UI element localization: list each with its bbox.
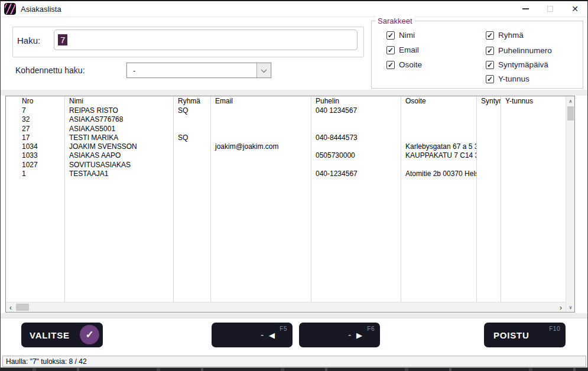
cell-ryhma: [173, 115, 210, 124]
close-icon: ✕: [571, 4, 579, 14]
cell-nro: 17: [6, 134, 64, 142]
minimize-icon: [522, 8, 529, 9]
table-row[interactable]: 32ASIAKAS776768: [6, 115, 574, 124]
checkmark-icon: ✓: [486, 75, 494, 83]
triangle-right-icon: ▶: [356, 331, 362, 340]
cell-nro: 32: [6, 115, 64, 124]
window-controls: ✕: [513, 1, 587, 17]
horizontal-scrollbar[interactable]: ‹ ›: [6, 302, 566, 312]
checkbox-label: Osoite: [399, 60, 422, 69]
status-text: Haulla: "7" tuloksia: 8 / 42: [3, 357, 87, 366]
cell-ytunnus: [501, 134, 574, 142]
divider-strip: [1, 90, 587, 96]
checkmark-icon: ✓: [386, 61, 395, 69]
checkmark-icon: ✓: [486, 47, 494, 55]
cell-osoite: KAUPPAKATU 7 C14 332: [401, 151, 476, 160]
checkbox-label: Syntymäpäivä: [498, 60, 548, 69]
cell-osoite: [401, 134, 476, 142]
cell-nro: 1033: [6, 151, 64, 160]
table-row[interactable]: 1034JOAKIM SVENSSONjoakim@joakim.comKarl…: [6, 142, 574, 151]
table-row[interactable]: 17TESTI MARIKASQ040-8444573: [6, 134, 574, 142]
dropdown-button[interactable]: [256, 63, 271, 77]
checkbox-label: Email: [399, 45, 419, 54]
cell-puhelin: 040-8444573: [311, 134, 401, 142]
search-input[interactable]: 7: [54, 30, 358, 50]
scroll-left-icon[interactable]: ‹: [6, 302, 15, 312]
scroll-right-icon[interactable]: ›: [556, 302, 566, 312]
cell-ytunnus: [501, 170, 574, 178]
scroll-down-icon[interactable]: ∨: [566, 302, 574, 312]
poistu-button[interactable]: POISTU F10: [484, 323, 566, 347]
checkbox-label: Y-tunnus: [498, 74, 529, 83]
checkbox-label: Nimi: [399, 31, 415, 40]
column-header-email[interactable]: Email: [210, 96, 311, 106]
columns-panel: Sarakkeet ✓Nimi✓Email✓Osoite✓Ryhmä✓Puhel…: [371, 21, 583, 89]
cell-nimi: ASIAKAS776768: [64, 115, 173, 124]
table-row[interactable]: 1TESTAAJA1040-1234567Atomitie 2b 00370 H…: [6, 170, 574, 178]
minimize-button[interactable]: [513, 1, 538, 17]
maximize-button[interactable]: [538, 1, 563, 17]
previous-button[interactable]: - ◀ F5: [212, 323, 293, 347]
checkbox-label: Ryhmä: [498, 31, 524, 40]
valitse-button[interactable]: VALITSE ✓: [21, 323, 103, 347]
previous-fkey: F5: [280, 326, 287, 332]
vertical-scrollbar[interactable]: ∧ ∨: [566, 96, 574, 312]
scroll-up-icon[interactable]: ∧: [566, 96, 574, 106]
cell-email: [210, 134, 311, 142]
table-row[interactable]: 7REIPAS RISTOSQ040 1234567: [6, 106, 574, 115]
column-header-osoite[interactable]: Osoite: [401, 96, 476, 106]
poistu-label: POISTU: [493, 330, 529, 340]
poistu-fkey: F10: [549, 326, 560, 332]
cell-ryhma: SQ: [173, 106, 210, 115]
cell-email: [210, 151, 311, 160]
column-header-puhelin[interactable]: Puhelin: [311, 96, 401, 106]
cell-email: [210, 161, 311, 170]
valitse-label: VALITSE: [30, 330, 70, 340]
cell-osoite: [401, 161, 476, 170]
checkbox-osoite[interactable]: ✓Osoite: [386, 60, 422, 69]
table-row[interactable]: 27ASIAKAS5001: [6, 125, 574, 134]
search-label: Haku:: [17, 35, 40, 45]
maximize-icon: [547, 6, 553, 12]
checkmark-icon: ✓: [386, 46, 395, 54]
cell-ytunnus: [501, 142, 574, 151]
cell-nimi: TESTI MARIKA: [64, 134, 173, 142]
next-label: -: [348, 330, 351, 340]
checkbox-puhelinnumero[interactable]: ✓Puhelinnumero: [486, 46, 552, 55]
cell-nro: 7: [6, 106, 64, 115]
cell-email: [210, 125, 311, 134]
search-input-value: 7: [58, 34, 67, 45]
cell-syntym: [476, 115, 501, 124]
checkbox-nimi[interactable]: ✓Nimi: [386, 31, 415, 40]
cell-osoite: Atomitie 2b 00370 Helsin: [401, 170, 476, 178]
cell-puhelin: [311, 142, 401, 151]
chevron-down-icon: [261, 67, 267, 73]
checkbox-email[interactable]: ✓Email: [386, 45, 419, 54]
cell-email: joakim@joakim.com: [210, 142, 311, 151]
table-header: NroNimiRyhmäEmailPuhelinOsoiteSyntymY-tu…: [6, 96, 574, 106]
next-button[interactable]: - ▶ F6: [299, 323, 380, 347]
checkbox-y-tunnus[interactable]: ✓Y-tunnus: [486, 74, 529, 83]
column-header-nimi[interactable]: Nimi: [64, 96, 173, 106]
cell-email: [210, 170, 311, 178]
cell-puhelin: 040 1234567: [311, 106, 401, 115]
table-row[interactable]: 1027SOVITUSASIAKAS: [6, 161, 574, 170]
horizontal-scroll-thumb[interactable]: [16, 304, 29, 311]
cell-puhelin: 040-1234567: [311, 170, 401, 178]
targeted-search-dropdown[interactable]: -: [126, 63, 271, 78]
checkbox-syntym-p-iv-[interactable]: ✓Syntymäpäivä: [486, 60, 548, 69]
checkbox-ryhm-[interactable]: ✓Ryhmä: [486, 31, 524, 40]
vertical-scroll-thumb[interactable]: [567, 106, 574, 121]
column-header-ytunnus[interactable]: Y-tunnus: [501, 96, 574, 106]
checkbox-label: Puhelinnumero: [498, 46, 552, 55]
cell-syntym: [476, 134, 501, 142]
column-header-nro[interactable]: Nro: [6, 96, 64, 106]
cell-puhelin: 0505730000: [311, 151, 401, 160]
close-button[interactable]: ✕: [563, 1, 587, 17]
check-circle-icon: ✓: [80, 325, 99, 344]
column-header-ryhma[interactable]: Ryhmä: [173, 96, 210, 106]
column-header-syntym[interactable]: Syntym: [476, 96, 501, 106]
table-row[interactable]: 1033ASIAKAS AAPO0505730000KAUPPAKATU 7 C…: [6, 151, 574, 160]
cell-nimi: ASIAKAS5001: [64, 125, 173, 134]
cell-osoite: [401, 106, 476, 115]
